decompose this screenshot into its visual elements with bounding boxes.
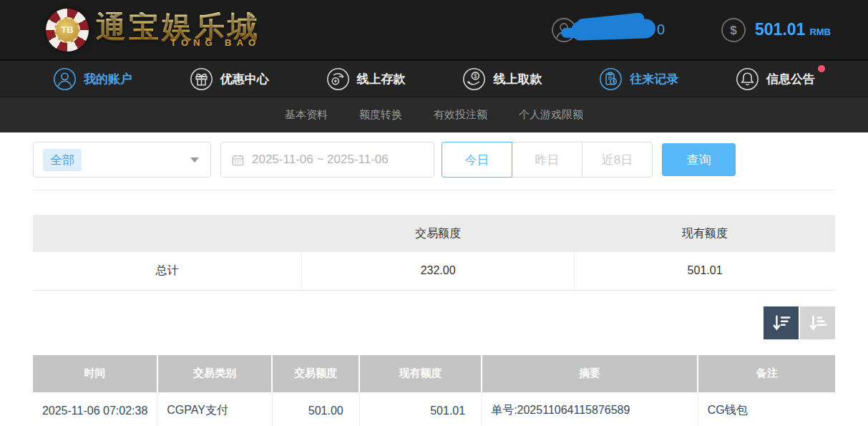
balance-display: $ 501.01RMB [721, 17, 831, 43]
sort-ascending-icon [807, 312, 829, 334]
nav-label: 优惠中心 [220, 71, 269, 87]
record-summary: 单号:202511064115876589 [482, 392, 698, 426]
record-remark: CG钱包 [698, 392, 835, 426]
redacted-username-scribble [570, 19, 655, 41]
gift-icon [190, 67, 213, 91]
summary-header-empty [33, 215, 302, 252]
quick-range-today[interactable]: 今日 [442, 142, 512, 178]
summary-total-row: 总计 232.00 501.01 [33, 252, 835, 290]
type-select-value: 全部 [43, 149, 82, 171]
sort-descending-button[interactable] [764, 306, 799, 339]
quick-range-last8days[interactable]: 近8日 [582, 142, 653, 178]
nav-item-withdraw[interactable]: $ 线上取款 [462, 67, 542, 91]
content-area: 全部 2025-11-06 ~ 2025-11-06 今日 昨日 近8日 查询 [0, 142, 868, 426]
svg-text:$: $ [474, 73, 477, 79]
type-select[interactable]: 全部 [33, 142, 211, 178]
subnav-item-basic-info[interactable]: 基本资料 [285, 108, 328, 122]
calendar-icon [231, 153, 245, 167]
summary-header-transaction-amount: 交易额度 [302, 215, 575, 252]
date-range-input[interactable]: 2025-11-06 ~ 2025-11-06 [220, 142, 434, 178]
user-account[interactable]: 0 [551, 17, 665, 43]
section-divider [33, 190, 835, 190]
subnav-item-game-limits[interactable]: 个人游戏限额 [519, 108, 583, 122]
nav-item-promotions[interactable]: 优惠中心 [190, 67, 269, 91]
deposit-icon [326, 67, 350, 91]
sub-nav: 基本资料 额度转换 有效投注额 个人游戏限额 [0, 97, 868, 132]
notification-dot [818, 65, 825, 72]
nav-item-my-account[interactable]: 我的账户 [53, 67, 132, 91]
nav-label: 往来记录 [630, 71, 678, 87]
nav-label: 我的账户 [84, 71, 132, 87]
summary-header-current-amount: 现有额度 [575, 215, 835, 252]
record-type: CGPAY支付 [157, 392, 272, 426]
nav-label: 线上取款 [493, 71, 542, 87]
nav-item-announcements[interactable]: 信息公告 [736, 67, 815, 91]
summary-total-label: 总计 [33, 252, 302, 290]
table-row: 2025-11-06 07:02:38 CGPAY支付 501.00 501.0… [33, 392, 835, 426]
main-nav: 我的账户 优惠中心 线上存款 $ 线上取款 [0, 61, 868, 97]
records-header-summary: 摘要 [482, 355, 698, 392]
casino-chip-icon: TB [46, 9, 89, 52]
withdraw-icon: $ [462, 67, 486, 91]
subnav-item-credit-transfer[interactable]: 额度转换 [359, 108, 402, 122]
nav-item-records[interactable]: 往来记录 [599, 67, 678, 91]
top-header: TB 通宝娱乐城 TONG BAO 0 $ [0, 0, 868, 61]
sort-controls [33, 306, 835, 339]
filter-row: 全部 2025-11-06 ~ 2025-11-06 今日 昨日 近8日 查询 [33, 142, 835, 178]
user-icon [53, 67, 77, 91]
username-visible-suffix: 0 [657, 21, 665, 38]
dollar-coin-icon: $ [721, 17, 746, 43]
summary-table: 交易额度 现有额度 总计 232.00 501.01 [33, 215, 835, 291]
records-icon [599, 67, 623, 91]
summary-current-amount: 501.01 [575, 252, 835, 290]
records-header-type: 交易类别 [157, 355, 272, 392]
summary-transaction-amount: 232.00 [302, 252, 575, 290]
balance-amount: 501.01 [755, 20, 805, 39]
balance-currency: RMB [809, 26, 831, 37]
query-button[interactable]: 查询 [662, 143, 736, 176]
records-header-time: 时间 [33, 355, 157, 392]
nav-label: 线上存款 [357, 71, 406, 87]
sort-ascending-button[interactable] [800, 306, 835, 339]
quick-range-group: 今日 昨日 近8日 [442, 142, 653, 178]
bell-icon [736, 67, 759, 91]
record-amount: 501.00 [272, 392, 359, 426]
sort-descending-icon [771, 312, 792, 334]
quick-range-yesterday[interactable]: 昨日 [512, 142, 582, 178]
nav-item-deposit[interactable]: 线上存款 [326, 67, 406, 91]
records-table: 时间 交易类别 交易额度 现有额度 摘要 备注 2025-11-06 07:02… [33, 355, 835, 426]
records-header-amount: 交易额度 [272, 355, 359, 392]
brand-logo[interactable]: TB 通宝娱乐城 TONG BAO [46, 9, 260, 52]
record-balance: 501.01 [359, 392, 481, 426]
svg-text:$: $ [730, 24, 737, 37]
records-header-balance: 现有额度 [359, 355, 481, 392]
chip-label: TB [54, 17, 80, 43]
summary-header-row: 交易额度 现有额度 [33, 215, 835, 252]
date-range-value: 2025-11-06 ~ 2025-11-06 [252, 153, 389, 167]
nav-label: 信息公告 [766, 71, 815, 87]
records-header-row: 时间 交易类别 交易额度 现有额度 摘要 备注 [33, 355, 835, 392]
subnav-item-valid-bets[interactable]: 有效投注额 [434, 108, 487, 122]
record-time: 2025-11-06 07:02:38 [33, 392, 157, 426]
brand-name-en: TONG BAO [170, 38, 260, 47]
records-header-remark: 备注 [698, 355, 835, 392]
chevron-down-icon [190, 158, 199, 163]
